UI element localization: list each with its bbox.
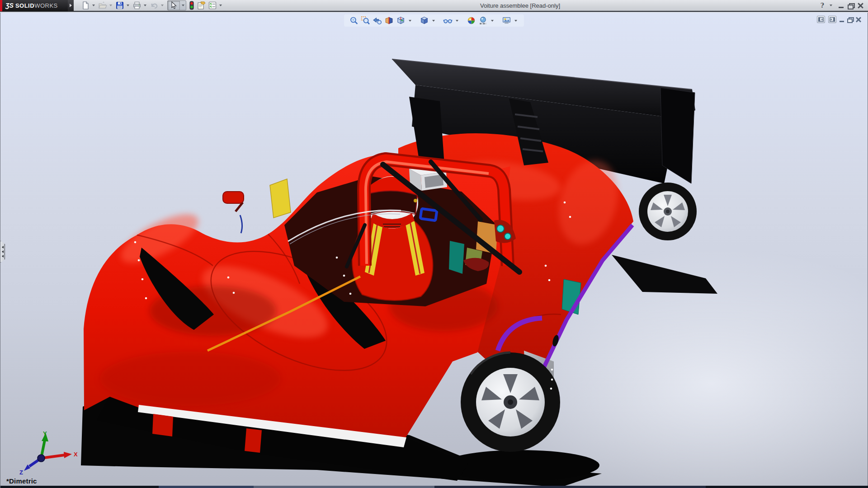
hide-show-items-caret[interactable] [456, 20, 458, 22]
print-icon [132, 1, 142, 10]
near-rear-wheel[interactable] [461, 352, 560, 452]
window-title: Voiture assemblee [Read-only] [480, 2, 560, 9]
options-dropdown-caret[interactable] [219, 5, 222, 6]
undo-dropdown-caret[interactable] [161, 5, 164, 6]
select-tool-button[interactable] [168, 1, 179, 10]
main-toolbar [80, 0, 224, 11]
race-car-model[interactable] [0, 13, 868, 488]
view-orientation-icon [396, 16, 406, 25]
display-style-icon [420, 16, 429, 25]
open-folder-icon [98, 1, 107, 10]
help-button[interactable]: ? [821, 1, 824, 9]
far-rear-wheel[interactable] [639, 183, 697, 240]
previous-view-icon [373, 16, 382, 25]
close-icon [858, 3, 863, 8]
open-button[interactable] [97, 0, 108, 11]
doc-minimize-button[interactable] [840, 16, 844, 23]
collapse-arrow-icon [2, 250, 4, 253]
doc-restore-icon [847, 17, 853, 22]
section-view-button[interactable] [384, 15, 394, 26]
apply-scene-button[interactable] [478, 15, 488, 26]
section-view-icon [384, 16, 394, 25]
undo-icon [150, 1, 159, 10]
new-document-icon [81, 1, 90, 10]
previous-view-button[interactable] [372, 15, 382, 26]
doc-close-button[interactable] [856, 16, 861, 23]
collapse-arrow-icon [2, 246, 4, 249]
headsup-view-toolbar [344, 14, 524, 27]
view-orientation-button[interactable] [396, 15, 406, 26]
doc-close-icon [856, 17, 861, 22]
appearance-sphere-icon [467, 16, 476, 25]
help-dropdown-caret[interactable] [830, 5, 832, 6]
zoom-to-area-button[interactable] [360, 15, 371, 26]
view-orientation-label: *Dimetric [6, 477, 37, 485]
collapse-pane-left-button[interactable] [817, 16, 825, 23]
glasses-icon [443, 16, 453, 25]
view-settings-icon [502, 16, 511, 25]
save-button[interactable] [114, 0, 125, 11]
zoom-to-fit-button[interactable] [349, 15, 359, 26]
select-tool-group [167, 0, 186, 10]
new-dropdown-caret[interactable] [92, 5, 95, 6]
ds-logo-icon: ƷS [5, 2, 14, 9]
select-dropdown-caret[interactable] [179, 1, 186, 10]
close-button[interactable] [858, 1, 863, 9]
file-properties-icon [197, 1, 206, 10]
yellow-cockpit-panel [270, 179, 291, 218]
restore-icon [848, 3, 854, 8]
rebuild-button[interactable] [188, 0, 196, 11]
edit-appearance-button[interactable] [466, 15, 476, 26]
pane-right-icon [830, 17, 835, 22]
zoom-to-area-icon [361, 16, 370, 25]
undo-button[interactable] [149, 0, 160, 11]
expand-arrow-icon [70, 4, 72, 7]
apply-scene-caret[interactable] [491, 20, 494, 22]
save-floppy-icon [115, 1, 124, 10]
reference-triad: Z X Y [9, 430, 81, 475]
doc-restore-button[interactable] [847, 16, 853, 23]
triad-z-label: Z [19, 469, 23, 475]
options-button[interactable] [207, 0, 218, 11]
triad-x-label: X [74, 451, 78, 458]
brand-name-bold: SOLID [15, 2, 34, 9]
print-button[interactable] [132, 0, 142, 11]
triad-y-label: Y [43, 430, 47, 437]
collapse-arrow-icon [2, 255, 4, 258]
print-dropdown-caret[interactable] [144, 5, 146, 6]
display-style-button[interactable] [419, 15, 429, 26]
apply-scene-icon [478, 16, 488, 25]
expand-pane-right-button[interactable] [828, 16, 836, 23]
open-dropdown-caret[interactable] [109, 5, 112, 6]
minimize-button[interactable] [839, 1, 844, 9]
left-mirror [223, 192, 244, 211]
new-document-button[interactable] [80, 0, 91, 11]
save-dropdown-caret[interactable] [127, 5, 129, 6]
blue-wire [240, 215, 242, 233]
cursor-arrow-icon [170, 1, 177, 9]
rear-right-shadow [612, 255, 717, 294]
file-properties-button[interactable] [196, 0, 207, 11]
titlebar: ƷS SOLIDWORKS [0, 0, 868, 12]
hide-show-items-button[interactable] [443, 15, 453, 26]
solidworks-logo: ƷS SOLIDWORKS [0, 0, 68, 11]
view-settings-button[interactable] [501, 15, 512, 26]
logo-red-stripe [0, 0, 2, 11]
options-icon [208, 1, 217, 10]
rebuild-traffic-light-icon [189, 1, 195, 10]
brand-name-light: WORKS [34, 2, 58, 9]
menu-expand-button[interactable] [68, 0, 74, 11]
minimize-icon [839, 7, 844, 8]
restore-button[interactable] [848, 1, 854, 9]
pane-left-icon [818, 17, 824, 22]
document-window-controls [817, 16, 861, 23]
zoom-to-fit-icon [349, 16, 359, 25]
view-orientation-caret[interactable] [409, 20, 411, 22]
doc-minimize-icon [840, 21, 844, 22]
taskbar-sliver [0, 486, 868, 488]
window-controls: ? [821, 1, 863, 9]
display-style-caret[interactable] [432, 20, 435, 22]
view-settings-caret[interactable] [514, 20, 517, 22]
graphics-viewport[interactable]: Z X Y *Dimetric [0, 13, 868, 488]
feature-tree-collapse-tab[interactable] [0, 241, 5, 263]
